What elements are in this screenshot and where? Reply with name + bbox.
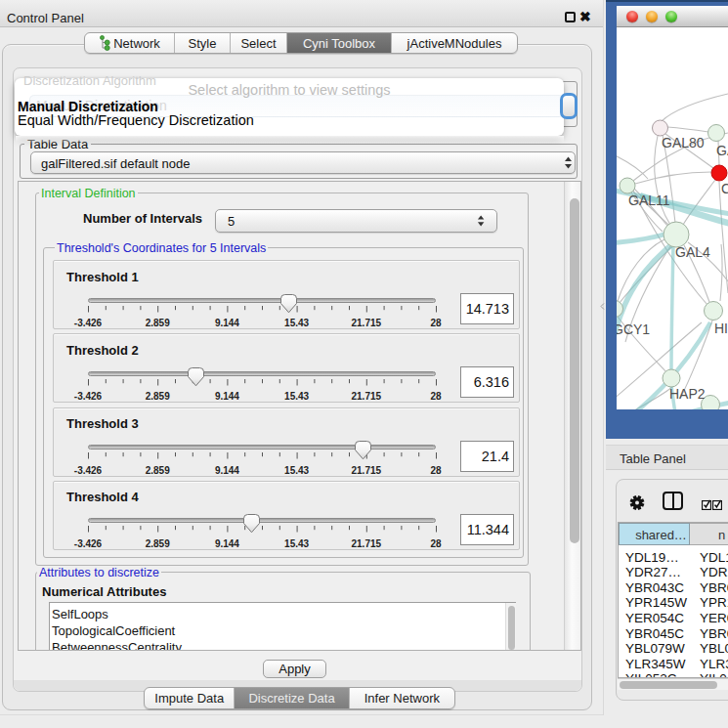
svg-text:CYC: CYC (721, 181, 728, 196)
svg-text:GAL11: GAL11 (628, 193, 670, 208)
svg-text:HIS: HIS (714, 321, 728, 336)
svg-text:GAL: GAL (716, 143, 728, 158)
svg-text:GAL4: GAL4 (675, 244, 710, 260)
svg-text:GAL80: GAL80 (662, 135, 705, 150)
svg-text:GCY1: GCY1 (617, 321, 650, 337)
svg-text:HAP2: HAP2 (669, 386, 706, 402)
